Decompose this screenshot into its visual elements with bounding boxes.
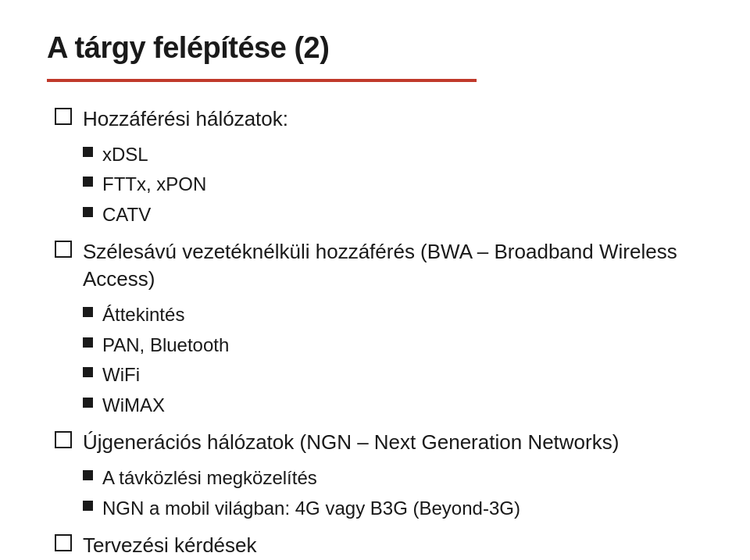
level2-text-catv: CATV	[102, 202, 151, 227]
level1-text-hozzaferesi: Hozzáférési hálózatok:	[83, 105, 288, 133]
square-bullet-icon	[83, 207, 93, 217]
level1-text-ujgeneracios: Újgenerációs hálózatok (NGN – Next Gener…	[83, 429, 619, 456]
content-area: Hozzáférési hálózatok:xDSLFTTx, xPONCATV…	[47, 105, 703, 560]
square-bullet-icon	[83, 367, 93, 377]
level2-list-hozzaferesi: xDSLFTTx, xPONCATV	[83, 142, 703, 227]
level2-text-xdsl: xDSL	[102, 142, 148, 167]
level2-item-wimax: WiMAX	[83, 393, 703, 418]
level1-text-szelesavu: Szélesávú vezetéknélküli hozzáférés (BWA…	[83, 238, 703, 293]
level2-text-wimax: WiMAX	[102, 393, 165, 418]
level2-item-catv: CATV	[83, 202, 703, 227]
level2-text-attekintes: Áttekintés	[102, 302, 184, 327]
level1-block-ujgeneracios: Újgenerációs hálózatok (NGN – Next Gener…	[55, 429, 703, 521]
square-bullet-icon	[83, 470, 93, 480]
slide-title: A tárgy felépítése (2)	[47, 31, 703, 65]
level1-text-tervezesi: Tervezési kérdések	[83, 532, 257, 559]
level2-list-ujgeneracios: A távközlési megközelítésNGN a mobil vil…	[83, 465, 703, 521]
square-bullet-icon	[83, 307, 93, 317]
level2-item-tavkozlesi: A távközlési megközelítés	[83, 465, 703, 490]
level2-text-fttx: FTTx, xPON	[102, 172, 206, 197]
checkbox-icon	[55, 534, 72, 551]
square-bullet-icon	[83, 398, 93, 408]
square-bullet-icon	[83, 177, 93, 187]
level2-text-pan: PAN, Bluetooth	[102, 333, 229, 358]
square-bullet-icon	[83, 147, 93, 157]
level2-list-szelesavu: ÁttekintésPAN, BluetoothWiFiWiMAX	[83, 302, 703, 418]
level2-item-ngn-mobil: NGN a mobil világban: 4G vagy B3G (Beyon…	[83, 496, 703, 521]
level1-block-tervezesi: Tervezési kérdések	[55, 532, 703, 559]
checkbox-icon	[55, 241, 72, 258]
level2-item-fttx: FTTx, xPON	[83, 172, 703, 197]
square-bullet-icon	[83, 337, 93, 348]
checkbox-icon	[55, 108, 72, 125]
checkbox-icon	[55, 431, 72, 448]
level2-text-tavkozlesi: A távközlési megközelítés	[102, 465, 317, 490]
level1-block-hozzaferesi: Hozzáférési hálózatok:xDSLFTTx, xPONCATV	[55, 105, 703, 227]
level1-block-szelesavu: Szélesávú vezetéknélküli hozzáférés (BWA…	[55, 238, 703, 418]
divider	[47, 79, 477, 82]
level2-item-attekintes: Áttekintés	[83, 302, 703, 327]
level2-item-pan: PAN, Bluetooth	[83, 333, 703, 358]
level2-item-xdsl: xDSL	[83, 142, 703, 167]
level2-text-wifi: WiFi	[102, 362, 140, 387]
level2-item-wifi: WiFi	[83, 362, 703, 387]
square-bullet-icon	[83, 501, 93, 511]
level2-text-ngn-mobil: NGN a mobil világban: 4G vagy B3G (Beyon…	[102, 496, 520, 521]
